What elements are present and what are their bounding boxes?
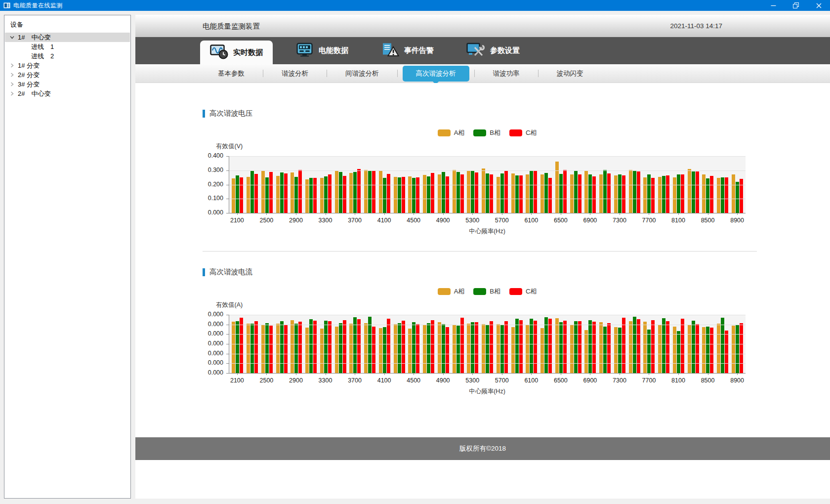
bar-A相-8500[interactable] [702, 174, 706, 213]
bar-B相-2100[interactable] [236, 175, 239, 213]
bar-B相-3500[interactable] [339, 323, 342, 373]
bar-B相-5500[interactable] [486, 173, 489, 213]
bar-C相-5900[interactable] [519, 320, 523, 373]
bar-C相-8900[interactable] [740, 323, 743, 373]
legend-item-C相[interactable]: C相 [509, 287, 537, 296]
bar-A相-2300[interactable] [247, 177, 250, 213]
bar-A相-3700[interactable] [349, 173, 353, 213]
bar-A相-3500[interactable] [335, 327, 338, 373]
bar-B相-5900[interactable] [515, 175, 519, 213]
bar-C相-3300[interactable] [328, 174, 332, 213]
bar-C相-6500[interactable] [563, 170, 567, 213]
bar-B相-6100[interactable] [530, 319, 533, 373]
tree-item-incoming-line-2[interactable]: 进线 2 [5, 51, 130, 61]
bar-B相-3900[interactable] [368, 171, 372, 213]
bar-C相-6900[interactable] [592, 176, 596, 213]
bar-B相-4900[interactable] [442, 172, 445, 213]
bar-B相-7100[interactable] [603, 327, 607, 373]
bar-C相-7700[interactable] [651, 178, 655, 213]
bar-A相-3300[interactable] [320, 178, 324, 213]
bar-C相-2100[interactable] [240, 318, 243, 373]
bar-A相-6700[interactable] [570, 325, 574, 373]
bar-C相-3700[interactable] [357, 319, 361, 373]
bar-C相-8100[interactable] [681, 174, 684, 213]
bar-C相-5100[interactable] [460, 174, 464, 213]
bar-C相-7700[interactable] [651, 320, 655, 373]
bar-B相-6700[interactable] [574, 321, 578, 373]
bar-C相-3700[interactable] [357, 169, 361, 213]
bar-B相-3700[interactable] [353, 317, 357, 373]
bar-A相-3900[interactable] [364, 170, 368, 213]
bar-B相-6300[interactable] [544, 317, 548, 373]
bar-A相-2300[interactable] [247, 324, 250, 373]
bar-C相-6500[interactable] [563, 321, 567, 373]
bar-B相-7500[interactable] [633, 317, 636, 373]
tree-item-incoming-line-1[interactable]: 进线 1 [5, 42, 130, 51]
bar-B相-7700[interactable] [647, 330, 651, 374]
bar-A相-7900[interactable] [658, 177, 662, 213]
bar-B相-5100[interactable] [456, 326, 460, 373]
bar-A相-6900[interactable] [584, 171, 588, 213]
bar-B相-6900[interactable] [588, 174, 592, 213]
bar-A相-8700[interactable] [717, 324, 720, 373]
bar-A相-6500[interactable] [555, 318, 559, 373]
bar-A相-5100[interactable] [453, 170, 456, 213]
bar-B相-4900[interactable] [442, 324, 445, 373]
bar-C相-5100[interactable] [460, 318, 464, 373]
bar-C相-4500[interactable] [416, 324, 419, 373]
bar-C相-6300[interactable] [548, 319, 552, 373]
subtab-high-order-harmonic-analysis[interactable]: 高次谐波分析 [403, 66, 469, 82]
minimize-button[interactable] [762, 0, 785, 11]
bar-C相-5500[interactable] [490, 174, 493, 213]
bar-A相-8900[interactable] [732, 174, 735, 213]
bar-B相-4500[interactable] [412, 322, 415, 373]
bar-B相-2900[interactable] [294, 324, 298, 373]
tab-energy-data[interactable]: 电能数据 [286, 37, 358, 64]
bar-A相-8300[interactable] [688, 325, 691, 373]
bar-C相-8900[interactable] [740, 179, 743, 213]
bar-C相-3100[interactable] [313, 321, 317, 373]
bar-A相-8300[interactable] [688, 169, 691, 213]
bar-B相-2700[interactable] [280, 172, 284, 213]
bar-B相-8500[interactable] [706, 327, 709, 373]
bar-C相-4100[interactable] [387, 319, 390, 373]
chevron-down-icon[interactable] [9, 35, 15, 40]
legend-item-A相[interactable]: A相 [438, 287, 465, 296]
bar-C相-8300[interactable] [696, 171, 699, 213]
bar-C相-7300[interactable] [622, 318, 625, 373]
bar-C相-7900[interactable] [666, 175, 669, 213]
bar-A相-4300[interactable] [394, 177, 397, 213]
bar-C相-2300[interactable] [254, 321, 258, 373]
bar-C相-8700[interactable] [725, 331, 728, 373]
bar-C相-5900[interactable] [519, 175, 523, 213]
subtab-harmonic-analysis[interactable]: 谐波分析 [268, 66, 322, 82]
bar-C相-3900[interactable] [372, 327, 375, 373]
bar-B相-8900[interactable] [736, 182, 739, 213]
restore-button[interactable] [785, 0, 807, 11]
bar-B相-7700[interactable] [647, 174, 651, 213]
bar-C相-7500[interactable] [637, 171, 640, 213]
bar-A相-3300[interactable] [320, 329, 324, 373]
bar-A相-4500[interactable] [408, 176, 412, 213]
bar-C相-4300[interactable] [402, 321, 405, 373]
bar-C相-8700[interactable] [725, 177, 728, 213]
bar-C相-3300[interactable] [328, 321, 332, 373]
bar-C相-4700[interactable] [431, 320, 434, 373]
bar-A相-4900[interactable] [438, 174, 441, 213]
bar-A相-7300[interactable] [614, 175, 618, 213]
bar-B相-6900[interactable] [588, 320, 592, 373]
bar-A相-7900[interactable] [658, 325, 662, 373]
bar-A相-6700[interactable] [570, 174, 574, 213]
bar-B相-8100[interactable] [677, 174, 680, 213]
bar-A相-4500[interactable] [408, 329, 412, 373]
bar-B相-2500[interactable] [265, 177, 269, 213]
bar-A相-2100[interactable] [232, 178, 235, 213]
bar-C相-8300[interactable] [696, 324, 699, 373]
bar-B相-5300[interactable] [471, 322, 474, 373]
legend-item-C相[interactable]: C相 [509, 128, 537, 137]
bar-C相-6700[interactable] [578, 321, 581, 373]
bar-A相-6500[interactable] [555, 162, 559, 213]
bar-A相-5700[interactable] [497, 324, 500, 373]
bar-B相-4100[interactable] [383, 178, 386, 213]
bar-B相-8300[interactable] [692, 171, 695, 213]
